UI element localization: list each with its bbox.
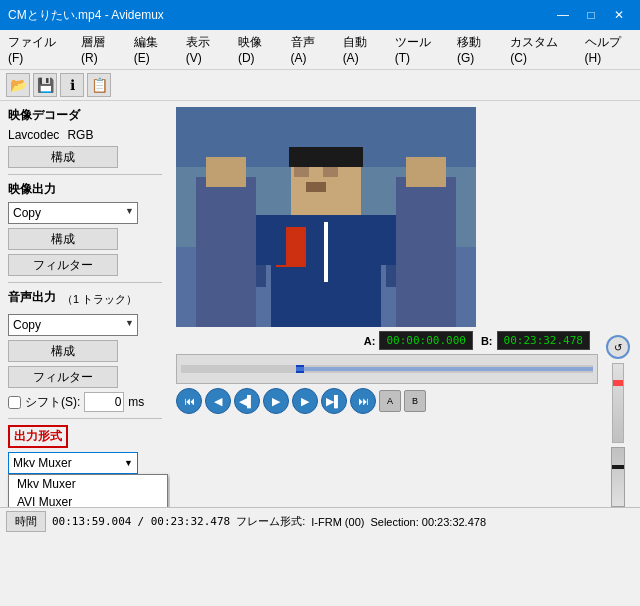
minimize-button[interactable]: —: [550, 5, 576, 25]
audio-output-select[interactable]: Copy: [8, 314, 138, 336]
time-b-display: 00:23:32.478: [497, 331, 590, 350]
video-output-select[interactable]: Copy: [8, 202, 138, 224]
selection-label: Selection: 00:23:32.478: [370, 516, 486, 528]
window-controls: — □ ✕: [550, 5, 632, 25]
output-format-selected[interactable]: Mkv Muxer ▼: [8, 452, 138, 474]
window-title: CMとりたい.mp4 - Avidemux: [8, 7, 164, 24]
shift-unit: ms: [128, 395, 144, 409]
audio-output-config-btn[interactable]: 構成: [8, 340, 118, 362]
time-a-display: 00:00:00.000: [379, 331, 472, 350]
toolbar-open[interactable]: 📂: [6, 73, 30, 97]
audio-output-label: 音声出力: [8, 289, 56, 306]
total-time: / 00:23:32.478: [137, 515, 230, 528]
menu-custom[interactable]: カスタム(C): [502, 32, 576, 67]
current-time: 00:13:59.004: [52, 515, 131, 528]
output-format-dropdown[interactable]: Mkv Muxer ▼ Mkv Muxer AVI Muxer Dummy Mu…: [8, 452, 162, 474]
loop-btn[interactable]: ↺: [606, 335, 630, 359]
maximize-button[interactable]: □: [578, 5, 604, 25]
menu-view[interactable]: 表示(V): [178, 32, 230, 67]
shift-row: シフト(S): ms: [8, 392, 162, 412]
time-mode-btn[interactable]: 時間: [6, 511, 46, 532]
time-b-label: B:: [481, 335, 493, 347]
playback-controls: ⏮ ◀ ◀▌ ▶ ▶ ▶▌ ⏭ A B: [176, 388, 598, 414]
menu-help[interactable]: ヘルプ(H): [577, 32, 640, 67]
btn-fast-forward[interactable]: ▶▌: [321, 388, 347, 414]
format-option-mkv[interactable]: Mkv Muxer: [9, 475, 167, 493]
menu-video[interactable]: 映像(D): [230, 32, 283, 67]
menu-edit[interactable]: 編集(E): [126, 32, 178, 67]
btn-mark-b[interactable]: B: [404, 390, 426, 412]
output-format-arrow-icon: ▼: [124, 458, 133, 468]
audio-output-filter-btn[interactable]: フィルター: [8, 366, 118, 388]
output-format-list: Mkv Muxer AVI Muxer Dummy Muxer MP4 Muxe…: [8, 474, 168, 507]
codec-name: Lavcodec: [8, 128, 59, 142]
toolbar: 📂 💾 ℹ 📋: [0, 70, 640, 101]
video-output-dropdown-wrapper: Copy: [8, 202, 138, 224]
btn-play[interactable]: ▶: [263, 388, 289, 414]
status-bar: 時間 00:13:59.004 / 00:23:32.478 フレーム形式: I…: [0, 507, 640, 535]
menu-move[interactable]: 移動(G): [449, 32, 502, 67]
menu-layers[interactable]: 層層(R): [73, 32, 126, 67]
menu-bar: ファイル(F) 層層(R) 編集(E) 表示(V) 映像(D) 音声(A) 自動…: [0, 30, 640, 70]
audio-track-info: （1 トラック）: [62, 292, 137, 307]
right-side-controls: ↺: [602, 331, 634, 511]
time-a-label: A:: [364, 335, 376, 347]
video-output-config-btn[interactable]: 構成: [8, 228, 118, 250]
close-button[interactable]: ✕: [606, 5, 632, 25]
shift-label: シフト(S):: [25, 394, 80, 411]
format-option-avi[interactable]: AVI Muxer: [9, 493, 167, 507]
btn-play-back[interactable]: ◀▌: [234, 388, 260, 414]
btn-forward-end[interactable]: ⏭: [350, 388, 376, 414]
shift-checkbox[interactable]: [8, 396, 21, 409]
btn-mark-a[interactable]: A: [379, 390, 401, 412]
toolbar-save[interactable]: 💾: [33, 73, 57, 97]
frame-label: フレーム形式:: [236, 514, 305, 529]
timeline[interactable]: [176, 354, 598, 384]
left-panel: 映像デコーダ Lavcodec RGB 構成 映像出力 Copy 構成 フィルタ…: [0, 101, 170, 507]
toolbar-extra[interactable]: 📋: [87, 73, 111, 97]
output-format-label: 出力形式: [8, 425, 68, 448]
menu-tools[interactable]: ツール(T): [387, 32, 449, 67]
video-output-label: 映像出力: [8, 181, 162, 198]
volume-slider[interactable]: [612, 363, 624, 443]
shift-input[interactable]: [84, 392, 124, 412]
frame-value: I-FRM (00): [311, 516, 364, 528]
codec-value: RGB: [67, 128, 93, 142]
menu-file[interactable]: ファイル(F): [0, 32, 73, 67]
video-decoder-config-btn[interactable]: 構成: [8, 146, 118, 168]
btn-next-frame[interactable]: ▶: [292, 388, 318, 414]
video-output-filter-btn[interactable]: フィルター: [8, 254, 118, 276]
audio-output-dropdown-wrapper: Copy: [8, 314, 138, 336]
menu-auto[interactable]: 自動(A): [335, 32, 387, 67]
menu-audio[interactable]: 音声(A): [283, 32, 335, 67]
title-bar: CMとりたい.mp4 - Avidemux — □ ✕: [0, 0, 640, 30]
output-format-selected-text: Mkv Muxer: [13, 456, 72, 470]
brightness-slider[interactable]: [611, 447, 625, 507]
codec-row: Lavcodec RGB: [8, 128, 162, 142]
btn-rewind-start[interactable]: ⏮: [176, 388, 202, 414]
video-preview: [176, 107, 476, 327]
toolbar-info[interactable]: ℹ: [60, 73, 84, 97]
video-canvas: [176, 107, 476, 327]
video-decoder-label: 映像デコーダ: [8, 107, 162, 124]
btn-prev-frame[interactable]: ◀: [205, 388, 231, 414]
